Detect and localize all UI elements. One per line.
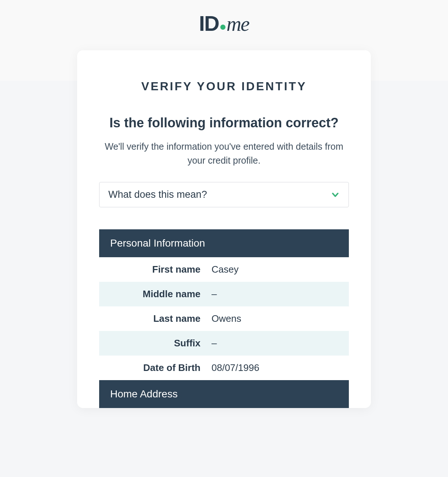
logo-me-text: me (227, 12, 249, 36)
personal-info-header: Personal Information (99, 229, 349, 257)
last-name-label: Last name (99, 313, 212, 324)
suffix-value: – (212, 338, 349, 349)
table-row: Suffix – (99, 331, 349, 356)
suffix-label: Suffix (99, 338, 212, 349)
logo-dot-icon (220, 25, 225, 30)
middle-name-label: Middle name (99, 288, 212, 300)
last-name-value: Owens (212, 313, 349, 324)
subtitle-text: We'll verify the information you've ente… (99, 140, 349, 167)
accordion-label: What does this mean? (108, 189, 207, 200)
middle-name-value: – (212, 288, 349, 300)
dob-label: Date of Birth (99, 362, 212, 374)
table-row: Date of Birth 08/07/1996 (99, 356, 349, 380)
verification-card: VERIFY YOUR IDENTITY Is the following in… (77, 50, 371, 408)
first-name-label: First name (99, 264, 212, 275)
table-row: Middle name – (99, 282, 349, 306)
first-name-value: Casey (212, 264, 349, 275)
logo: IDme (199, 11, 249, 36)
home-address-header: Home Address (99, 380, 349, 408)
what-does-this-mean-accordion[interactable]: What does this mean? (99, 182, 349, 207)
table-row: First name Casey (99, 257, 349, 282)
page-title: VERIFY YOUR IDENTITY (99, 80, 349, 93)
question-heading: Is the following information correct? (99, 115, 349, 131)
dob-value: 08/07/1996 (212, 362, 349, 374)
chevron-down-icon (331, 190, 340, 199)
logo-id-text: ID (199, 11, 219, 36)
table-row: Last name Owens (99, 306, 349, 331)
